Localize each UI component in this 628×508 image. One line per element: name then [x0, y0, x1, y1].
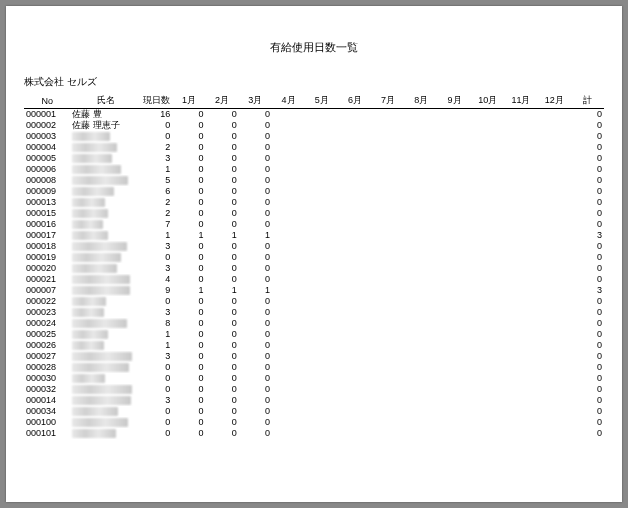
cell-no: 000034: [24, 406, 70, 417]
table-row: 00003000000: [24, 373, 604, 384]
cell-month: 1: [172, 230, 205, 241]
cell-month: 0: [172, 131, 205, 142]
redacted-name: [72, 253, 120, 262]
redacted-name: [72, 176, 128, 185]
cell-month: [305, 142, 338, 153]
cell-month: [372, 120, 405, 131]
cell-month: [305, 428, 338, 439]
cell-month: [272, 109, 305, 121]
redacted-name: [72, 275, 130, 284]
table-row: 00010100000: [24, 428, 604, 439]
redacted-name: [72, 429, 115, 438]
cell-month: [504, 274, 537, 285]
cell-month: [372, 307, 405, 318]
cell-no: 000027: [24, 351, 70, 362]
cell-month: 0: [239, 219, 272, 230]
cell-month: [372, 252, 405, 263]
cell-month: [538, 120, 571, 131]
cell-month: [305, 241, 338, 252]
cell-current: 5: [141, 175, 172, 186]
cell-month: 0: [172, 318, 205, 329]
table-row: 00000300000: [24, 131, 604, 142]
cell-name: [70, 362, 141, 373]
cell-name: [70, 131, 141, 142]
cell-month: 0: [206, 186, 239, 197]
cell-month: [305, 329, 338, 340]
cell-month: [272, 274, 305, 285]
cell-month: [538, 175, 571, 186]
cell-month: [504, 307, 537, 318]
cell-month: [372, 329, 405, 340]
cell-month: 0: [172, 263, 205, 274]
report-title: 有給使用日数一覧: [24, 40, 604, 55]
cell-month: [338, 208, 371, 219]
cell-total: 0: [571, 274, 604, 285]
cell-month: [438, 175, 471, 186]
cell-month: [405, 351, 438, 362]
cell-no: 000015: [24, 208, 70, 219]
cell-month: [405, 241, 438, 252]
cell-month: [471, 186, 504, 197]
table-row: 00002610000: [24, 340, 604, 351]
cell-month: [272, 241, 305, 252]
cell-current: 2: [141, 142, 172, 153]
cell-month: 0: [239, 263, 272, 274]
cell-month: [405, 285, 438, 296]
col-name: 氏名: [70, 93, 141, 109]
cell-month: [504, 252, 537, 263]
cell-month: [538, 351, 571, 362]
cell-month: [305, 186, 338, 197]
cell-month: [438, 373, 471, 384]
cell-month: [338, 373, 371, 384]
cell-month: [405, 307, 438, 318]
cell-total: 3: [571, 230, 604, 241]
cell-month: [272, 417, 305, 428]
cell-month: [438, 131, 471, 142]
cell-current: 9: [141, 285, 172, 296]
cell-month: [471, 252, 504, 263]
cell-no: 000028: [24, 362, 70, 373]
table-row: 00001900000: [24, 252, 604, 263]
cell-month: [504, 197, 537, 208]
cell-month: [504, 373, 537, 384]
cell-month: [538, 417, 571, 428]
cell-total: 0: [571, 175, 604, 186]
cell-month: [338, 230, 371, 241]
cell-month: 0: [239, 153, 272, 164]
cell-month: [338, 285, 371, 296]
cell-month: 0: [206, 329, 239, 340]
cell-month: [538, 373, 571, 384]
cell-month: [471, 219, 504, 230]
cell-month: [338, 340, 371, 351]
cell-month: [272, 296, 305, 307]
cell-month: [504, 318, 537, 329]
cell-month: [338, 219, 371, 230]
cell-month: [405, 197, 438, 208]
cell-total: 0: [571, 318, 604, 329]
cell-month: 0: [206, 241, 239, 252]
cell-month: [538, 219, 571, 230]
cell-month: [438, 285, 471, 296]
cell-name: [70, 428, 141, 439]
cell-month: [504, 186, 537, 197]
cell-month: 0: [172, 373, 205, 384]
cell-month: 0: [206, 307, 239, 318]
cell-month: [305, 197, 338, 208]
cell-month: [538, 131, 571, 142]
cell-month: [538, 395, 571, 406]
cell-month: [471, 120, 504, 131]
cell-month: [504, 296, 537, 307]
cell-no: 000002: [24, 120, 70, 131]
redacted-name: [72, 231, 107, 240]
cell-month: [272, 252, 305, 263]
cell-month: [405, 384, 438, 395]
col-m7: 7月: [372, 93, 405, 109]
cell-month: 0: [239, 241, 272, 252]
cell-month: 0: [239, 142, 272, 153]
cell-month: 0: [206, 406, 239, 417]
cell-month: 1: [239, 285, 272, 296]
cell-month: [538, 318, 571, 329]
cell-month: [438, 406, 471, 417]
cell-month: [438, 318, 471, 329]
cell-month: 0: [206, 362, 239, 373]
